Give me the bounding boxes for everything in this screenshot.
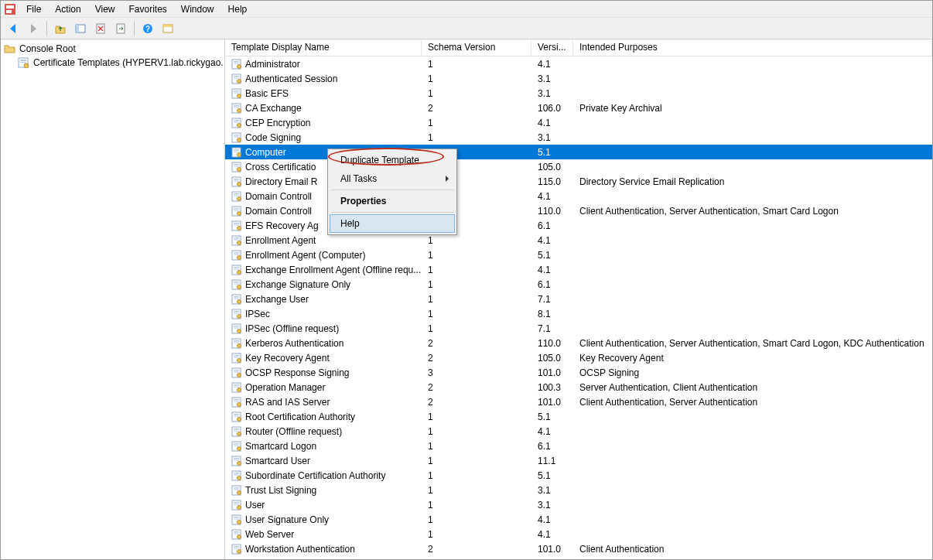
context-menu-duplicate-template[interactable]: Duplicate Template: [330, 151, 455, 169]
export-list-icon[interactable]: [111, 19, 130, 38]
template-name-text: CEP Encryption: [245, 118, 311, 128]
template-name-text: EFS Recovery Ag: [245, 220, 319, 231]
col-header-name[interactable]: Template Display Name: [225, 39, 422, 56]
svg-point-34: [238, 123, 241, 127]
forward-icon[interactable]: [24, 19, 43, 38]
context-menu-help[interactable]: Help: [330, 214, 455, 233]
table-row[interactable]: Root Certification Authority15.1: [225, 409, 932, 424]
table-row[interactable]: Smartcard Logon16.1: [225, 439, 932, 453]
cell-schema: 1: [422, 309, 531, 319]
table-row[interactable]: CEP Encryption14.1: [225, 115, 932, 130]
certificate-icon: [231, 73, 242, 84]
table-row[interactable]: Workstation Authentication2101.0Client A…: [225, 541, 932, 556]
svg-point-58: [238, 211, 241, 215]
certificate-icon: [231, 206, 242, 217]
svg-point-150: [238, 549, 241, 553]
properties-icon[interactable]: [159, 19, 177, 38]
up-folder-icon[interactable]: [51, 19, 70, 38]
svg-rect-24: [234, 90, 239, 92]
table-row[interactable]: Authenticated Session13.1: [225, 71, 932, 86]
context-menu-properties[interactable]: Properties: [330, 192, 455, 210]
certificate-icon: [231, 529, 242, 540]
cell-name: IPSec: [225, 309, 422, 319]
cell-purpose: Client Authentication, Server Authentica…: [573, 206, 932, 217]
svg-rect-88: [234, 326, 239, 327]
table-row[interactable]: IPSec (Offline request)17.1: [225, 321, 932, 336]
app-icon: [4, 3, 16, 15]
cell-schema: 1: [422, 59, 531, 70]
table-row[interactable]: OCSP Response Signing3101.0OCSP Signing: [225, 365, 932, 380]
tree-child-cert-templates[interactable]: Certificate Templates (HYPERV1.lab.ricky…: [2, 56, 223, 70]
table-row[interactable]: Trust List Signing13.1: [225, 483, 932, 497]
col-header-version[interactable]: Versi...: [531, 39, 573, 56]
svg-rect-37: [234, 136, 239, 137]
svg-rect-52: [234, 193, 239, 195]
help-icon[interactable]: ?: [138, 19, 157, 38]
svg-point-66: [238, 241, 241, 244]
col-header-purpose[interactable]: Intended Purposes: [573, 39, 932, 56]
table-row[interactable]: IPSec18.1: [225, 306, 932, 321]
svg-rect-84: [234, 311, 239, 312]
list-body[interactable]: Administrator14.1Authenticated Session13…: [225, 56, 932, 559]
menu-item-file[interactable]: File: [19, 2, 48, 16]
certificate-icon: [231, 235, 242, 246]
svg-rect-76: [234, 282, 239, 283]
table-row[interactable]: Exchange Signature Only16.1: [225, 277, 932, 292]
table-row[interactable]: Enrollment Agent (Computer)15.1: [225, 248, 932, 262]
cell-schema: 1: [422, 441, 531, 452]
certificate-icon: [231, 456, 242, 466]
cell-schema: 2: [422, 382, 531, 393]
table-row[interactable]: Router (Offline request)14.1: [225, 424, 932, 439]
certificate-icon: [231, 265, 242, 275]
table-row[interactable]: User Signature Only14.1: [225, 512, 932, 527]
cell-name: Web Server: [225, 529, 422, 540]
table-row[interactable]: Web Server14.1: [225, 527, 932, 541]
show-hide-tree-icon[interactable]: [71, 19, 90, 38]
table-row[interactable]: Kerberos Authentication2110.0Client Auth…: [225, 336, 932, 350]
table-row[interactable]: Key Recovery Agent2105.0Key Recovery Age…: [225, 350, 932, 365]
svg-rect-100: [234, 370, 239, 371]
tree-pane[interactable]: Console Root Certificate Templates (HYPE…: [1, 39, 225, 559]
svg-point-94: [238, 343, 241, 347]
table-row[interactable]: Subordinate Certification Authority15.1: [225, 468, 932, 483]
svg-rect-117: [234, 430, 239, 431]
menu-item-action[interactable]: Action: [48, 2, 87, 16]
table-row[interactable]: User13.1: [225, 497, 932, 512]
table-row[interactable]: CA Exchange2106.0Private Key Archival: [225, 101, 932, 115]
table-row[interactable]: Operation Manager2100.3Server Authentica…: [225, 380, 932, 394]
certificate-icon: [231, 500, 242, 510]
table-row[interactable]: Exchange Enrollment Agent (Offline requ.…: [225, 262, 932, 277]
cell-version: 7.1: [531, 323, 573, 334]
menu-item-window[interactable]: Window: [174, 2, 221, 16]
table-row[interactable]: RAS and IAS Server2101.0Client Authentic…: [225, 394, 932, 409]
svg-rect-92: [234, 340, 239, 342]
cell-version: 8.1: [531, 309, 573, 319]
delete-icon[interactable]: [91, 19, 110, 38]
col-header-schema[interactable]: Schema Version: [422, 39, 531, 56]
back-icon[interactable]: [4, 19, 22, 38]
cell-name: Smartcard User: [225, 456, 422, 466]
svg-rect-12: [20, 60, 26, 61]
cell-schema: 1: [422, 426, 531, 437]
table-row[interactable]: Exchange User17.1: [225, 292, 932, 306]
menu-item-favorites[interactable]: Favorites: [122, 2, 174, 16]
cell-version: 105.0: [531, 162, 573, 172]
svg-point-70: [238, 255, 241, 259]
context-menu-all-tasks[interactable]: All Tasks: [330, 169, 455, 188]
table-row[interactable]: Basic EFS13.1: [225, 86, 932, 101]
svg-rect-21: [234, 77, 239, 78]
cell-version: 5.1: [531, 250, 573, 261]
table-row[interactable]: Smartcard User111.1: [225, 453, 932, 468]
cell-version: 3.1: [531, 500, 573, 510]
table-row[interactable]: Administrator14.1: [225, 56, 932, 71]
cell-purpose: Client Authentication, Server Authentica…: [573, 338, 932, 349]
svg-rect-45: [234, 166, 239, 166]
template-name-text: IPSec (Offline request): [245, 323, 339, 334]
certificate-icon: [231, 441, 242, 452]
menu-item-help[interactable]: Help: [221, 2, 255, 16]
svg-rect-133: [234, 489, 239, 490]
table-row[interactable]: Code Signing13.1: [225, 130, 932, 145]
menu-item-view[interactable]: View: [88, 2, 122, 16]
svg-rect-113: [234, 415, 239, 416]
tree-root[interactable]: Console Root: [2, 42, 223, 56]
